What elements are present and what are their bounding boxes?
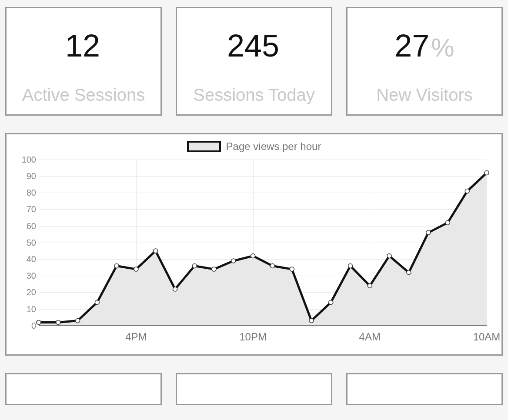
chart-data-point[interactable] (76, 318, 80, 323)
chart-y-tick: 100 (13, 154, 36, 164)
bottom-card-1 (5, 373, 162, 405)
chart-x-tick: 10PM (239, 331, 267, 343)
stat-number: 245 (227, 28, 279, 63)
chart-y-tick: 60 (13, 221, 36, 231)
chart-data-point[interactable] (368, 283, 372, 288)
stat-number: 27 (394, 28, 429, 63)
chart-data-point[interactable] (56, 320, 60, 324)
dashboard-page: 12 Active Sessions 245 Sessions Today 27… (0, 0, 508, 412)
chart-data-point[interactable] (37, 320, 41, 324)
stat-label: Active Sessions (14, 85, 153, 105)
chart-plot-area: 0102030405060708090100 4PM10PM4AM10AM (13, 155, 495, 347)
stat-card-new-visitors: 27% New Visitors (346, 7, 503, 116)
chart-x-tick: 4AM (359, 331, 381, 343)
chart-y-tick: 0 (13, 320, 36, 330)
chart-data-point[interactable] (407, 270, 411, 275)
stat-suffix: % (431, 33, 454, 62)
chart-data-point[interactable] (348, 263, 353, 268)
bottom-row (5, 373, 503, 405)
chart-data-point[interactable] (387, 253, 391, 258)
chart-plot (39, 160, 487, 326)
stat-label: Sessions Today (185, 85, 323, 105)
chart-y-tick: 50 (13, 237, 36, 247)
chart-data-point[interactable] (114, 263, 119, 268)
chart-y-tick: 90 (13, 171, 36, 181)
stat-value: 12 (14, 24, 153, 68)
chart-data-point[interactable] (212, 267, 216, 271)
legend-label: Page views per hour (226, 140, 321, 153)
chart-y-tick: 30 (13, 271, 36, 281)
chart-data-point[interactable] (231, 259, 236, 263)
chart-data-point[interactable] (309, 318, 314, 323)
stat-number: 12 (65, 28, 100, 63)
stats-row: 12 Active Sessions 245 Sessions Today 27… (5, 7, 503, 116)
stat-value: 245 (185, 24, 323, 68)
chart-data-point[interactable] (465, 189, 469, 193)
chart-x-tick: 10AM (473, 331, 501, 343)
chart-y-tick: 70 (13, 204, 36, 214)
chart-data-point[interactable] (290, 267, 294, 271)
stat-label: New Visitors (355, 85, 494, 105)
stat-card-sessions-today: 245 Sessions Today (176, 7, 332, 116)
chart-data-point[interactable] (329, 300, 333, 304)
stat-card-active-sessions: 12 Active Sessions (5, 7, 162, 116)
chart-data-point[interactable] (426, 230, 431, 235)
chart-x-axis-line (39, 325, 487, 326)
chart-data-point[interactable] (445, 220, 450, 225)
chart-data-point[interactable] (173, 287, 177, 291)
area-chart-svg (39, 160, 487, 326)
bottom-card-3 (346, 373, 503, 405)
chart-data-point[interactable] (192, 263, 197, 268)
chart-y-tick: 80 (13, 188, 36, 198)
stat-value: 27% (355, 24, 494, 68)
bottom-card-2 (176, 373, 332, 405)
legend-swatch-icon (187, 141, 221, 152)
chart-card-page-views: Page views per hour 01020304050607080901… (5, 133, 503, 356)
chart-data-point[interactable] (134, 267, 138, 271)
chart-data-point[interactable] (154, 249, 158, 253)
chart-data-point[interactable] (95, 300, 99, 304)
chart-data-point[interactable] (270, 263, 274, 268)
chart-y-tick: 20 (13, 287, 36, 297)
chart-y-tick: 10 (13, 304, 36, 314)
chart-data-point[interactable] (485, 170, 489, 175)
chart-y-tick: 40 (13, 254, 36, 264)
chart-x-tick: 4PM (125, 331, 147, 343)
chart-data-point[interactable] (251, 253, 255, 258)
chart-legend: Page views per hour (13, 140, 495, 153)
chart-gridline-v (487, 160, 487, 326)
